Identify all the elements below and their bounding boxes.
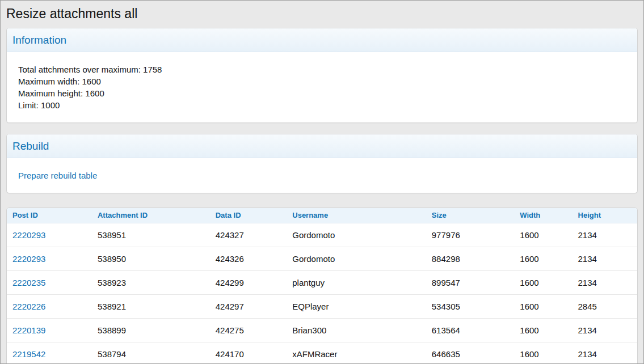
page-root: { "page": { "title": "Resize attachments… xyxy=(0,0,644,364)
column-header-data-id: Data ID xyxy=(210,208,287,223)
attachments-table: Post ID Attachment ID Data ID Username S… xyxy=(7,208,637,364)
post-id-cell: 2220293 xyxy=(7,247,92,271)
post-id-link[interactable]: 2220293 xyxy=(12,230,45,240)
height-cell: 2134 xyxy=(573,247,637,271)
attachment-id-cell: 538950 xyxy=(92,247,210,271)
column-header-username: Username xyxy=(287,208,426,223)
info-line-total-attachments: Total attchments over maximum: 1758 xyxy=(18,64,626,75)
attachment-id-cell: 538794 xyxy=(92,342,210,364)
data-id-cell: 424326 xyxy=(210,247,287,271)
information-panel-body: Total attchments over maximum: 1758 Maxi… xyxy=(7,52,637,122)
height-cell: 2134 xyxy=(573,342,637,364)
attachment-id-cell: 538951 xyxy=(92,223,210,247)
attachments-table-body: 2220293 538951 424327 Gordomoto 977976 1… xyxy=(7,223,637,364)
info-line-maximum-width: Maximum width: 1600 xyxy=(18,75,626,87)
table-row: 2220226 538921 424297 EQPlayer 534305 16… xyxy=(7,295,637,319)
attachment-id-cell: 538899 xyxy=(92,319,210,342)
width-cell: 1600 xyxy=(514,247,572,271)
rebuild-panel-header: Rebuild xyxy=(7,134,637,158)
column-header-attachment-id: Attachment ID xyxy=(92,208,210,223)
attachment-id-cell: 538923 xyxy=(92,271,210,295)
username-cell: Gordomoto xyxy=(287,247,426,271)
column-header-height: Height xyxy=(573,208,637,223)
size-cell: 613564 xyxy=(426,319,515,342)
info-line-maximum-height: Maximum height: 1600 xyxy=(18,87,626,99)
column-header-size: Size xyxy=(426,208,515,223)
info-line-limit: Limit: 1000 xyxy=(18,99,626,111)
post-id-cell: 2219542 xyxy=(7,342,92,364)
table-row: 2220235 538923 424299 plantguy 899547 16… xyxy=(7,271,637,295)
information-panel: Information Total attchments over maximu… xyxy=(6,28,638,123)
page-title: Resize attachments all xyxy=(6,6,638,22)
post-id-link[interactable]: 2220226 xyxy=(12,302,45,311)
size-cell: 646635 xyxy=(426,342,515,364)
username-cell: Brian300 xyxy=(287,319,426,342)
username-cell: plantguy xyxy=(287,271,426,295)
column-header-post-id: Post ID xyxy=(7,208,92,223)
data-id-cell: 424299 xyxy=(210,271,287,295)
rebuild-panel-body: Prepare rebuild table xyxy=(7,158,637,193)
height-cell: 2845 xyxy=(573,295,637,319)
prepare-rebuild-table-link[interactable]: Prepare rebuild table xyxy=(18,171,97,180)
table-row: 2220293 538950 424326 Gordomoto 884298 1… xyxy=(7,247,637,271)
height-cell: 2134 xyxy=(573,319,637,342)
data-id-cell: 424170 xyxy=(210,342,287,364)
username-cell: Gordomoto xyxy=(287,223,426,247)
username-cell: xAFMRacer xyxy=(287,342,426,364)
post-id-cell: 2220235 xyxy=(7,271,92,295)
post-id-cell: 2220139 xyxy=(7,319,92,342)
information-panel-title: Information xyxy=(12,34,632,46)
data-id-cell: 424297 xyxy=(210,295,287,319)
post-id-cell: 2220226 xyxy=(7,295,92,319)
data-id-cell: 424327 xyxy=(210,223,287,247)
rebuild-panel-title: Rebuild xyxy=(12,140,632,152)
information-panel-header: Information xyxy=(7,28,637,52)
table-row: 2220139 538899 424275 Brian300 613564 16… xyxy=(7,319,637,342)
width-cell: 1600 xyxy=(514,319,572,342)
size-cell: 534305 xyxy=(426,295,515,319)
size-cell: 977976 xyxy=(426,223,515,247)
table-row: 2220293 538951 424327 Gordomoto 977976 1… xyxy=(7,223,637,247)
height-cell: 2134 xyxy=(573,223,637,247)
post-id-link[interactable]: 2219542 xyxy=(12,349,45,359)
rebuild-panel: Rebuild Prepare rebuild table xyxy=(6,134,638,193)
data-id-cell: 424275 xyxy=(210,319,287,342)
post-id-cell: 2220293 xyxy=(7,223,92,247)
attachments-table-head: Post ID Attachment ID Data ID Username S… xyxy=(7,208,637,223)
table-header-row: Post ID Attachment ID Data ID Username S… xyxy=(7,208,637,223)
attachment-id-cell: 538921 xyxy=(92,295,210,319)
size-cell: 899547 xyxy=(426,271,515,295)
width-cell: 1600 xyxy=(514,295,572,319)
height-cell: 2134 xyxy=(573,271,637,295)
post-id-link[interactable]: 2220235 xyxy=(12,278,45,287)
table-row: 2219542 538794 424170 xAFMRacer 646635 1… xyxy=(7,342,637,364)
username-cell: EQPlayer xyxy=(287,295,426,319)
post-id-link[interactable]: 2220293 xyxy=(12,254,45,264)
post-id-link[interactable]: 2220139 xyxy=(12,325,45,335)
page: Resize attachments all Information Total… xyxy=(1,6,643,364)
attachments-table-panel: Post ID Attachment ID Data ID Username S… xyxy=(6,208,638,364)
width-cell: 1600 xyxy=(514,342,572,364)
width-cell: 1600 xyxy=(514,271,572,295)
size-cell: 884298 xyxy=(426,247,515,271)
width-cell: 1600 xyxy=(514,223,572,247)
column-header-width: Width xyxy=(514,208,572,223)
